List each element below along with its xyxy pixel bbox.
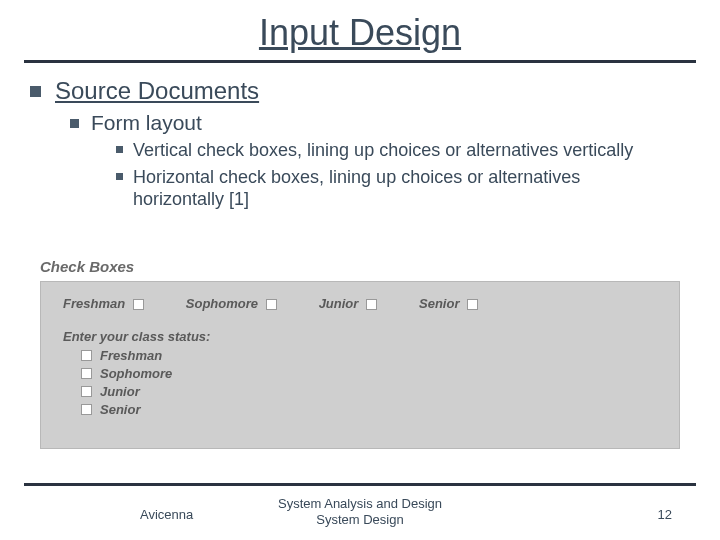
option-label: Senior bbox=[100, 402, 140, 417]
checkbox-icon[interactable] bbox=[467, 299, 478, 310]
checkbox-icon[interactable] bbox=[81, 350, 92, 361]
v-option: Senior bbox=[81, 402, 665, 417]
checkbox-icon[interactable] bbox=[133, 299, 144, 310]
slide: Input Design Source Documents Form layou… bbox=[0, 0, 720, 540]
bullet-level2: Form layout bbox=[70, 111, 690, 135]
figure-heading: Check Boxes bbox=[40, 258, 690, 275]
option-label: Freshman bbox=[63, 296, 125, 311]
checkbox-icon[interactable] bbox=[81, 386, 92, 397]
v-option: Sophomore bbox=[81, 366, 665, 381]
slide-title: Input Design bbox=[0, 0, 720, 60]
vertical-checkbox-list: Freshman Sophomore Junior Senior bbox=[81, 348, 665, 417]
square-bullet-icon bbox=[116, 146, 123, 153]
checkbox-icon[interactable] bbox=[366, 299, 377, 310]
option-label: Senior bbox=[419, 296, 459, 311]
v-option: Freshman bbox=[81, 348, 665, 363]
footer-center-line1: System Analysis and Design bbox=[0, 496, 720, 512]
option-label: Freshman bbox=[100, 348, 162, 363]
form-panel: Freshman Sophomore Junior Senior Enter y… bbox=[40, 281, 680, 449]
v-option: Junior bbox=[81, 384, 665, 399]
footer-center: System Analysis and Design System Design bbox=[0, 496, 720, 529]
h-option: Sophomore bbox=[186, 296, 277, 311]
bullet-level1: Source Documents bbox=[30, 77, 690, 105]
footer-page-number: 12 bbox=[658, 507, 672, 522]
option-label: Sophomore bbox=[100, 366, 172, 381]
point-text: Horizontal check boxes, lining up choice… bbox=[133, 166, 653, 211]
option-label: Sophomore bbox=[186, 296, 258, 311]
h-option: Junior bbox=[319, 296, 377, 311]
h-option: Freshman bbox=[63, 296, 144, 311]
subsection-heading: Form layout bbox=[91, 111, 202, 135]
checkbox-icon[interactable] bbox=[81, 404, 92, 415]
square-bullet-icon bbox=[70, 119, 79, 128]
bullet-level3: Vertical check boxes, lining up choices … bbox=[116, 139, 690, 162]
bullet-level3: Horizontal check boxes, lining up choice… bbox=[116, 166, 690, 211]
checkbox-figure: Check Boxes Freshman Sophomore Junior Se… bbox=[0, 258, 720, 449]
h-option: Senior bbox=[419, 296, 478, 311]
checkbox-icon[interactable] bbox=[266, 299, 277, 310]
option-label: Junior bbox=[319, 296, 359, 311]
square-bullet-icon bbox=[30, 86, 41, 97]
horizontal-checkbox-row: Freshman Sophomore Junior Senior bbox=[63, 296, 665, 311]
checkbox-icon[interactable] bbox=[81, 368, 92, 379]
footer: Avicenna System Analysis and Design Syst… bbox=[0, 486, 720, 540]
point-text: Vertical check boxes, lining up choices … bbox=[133, 139, 633, 162]
section-heading: Source Documents bbox=[55, 77, 259, 105]
content-area: Source Documents Form layout Vertical ch… bbox=[0, 63, 720, 211]
vertical-prompt: Enter your class status: bbox=[63, 329, 665, 344]
footer-center-line2: System Design bbox=[0, 512, 720, 528]
option-label: Junior bbox=[100, 384, 140, 399]
square-bullet-icon bbox=[116, 173, 123, 180]
